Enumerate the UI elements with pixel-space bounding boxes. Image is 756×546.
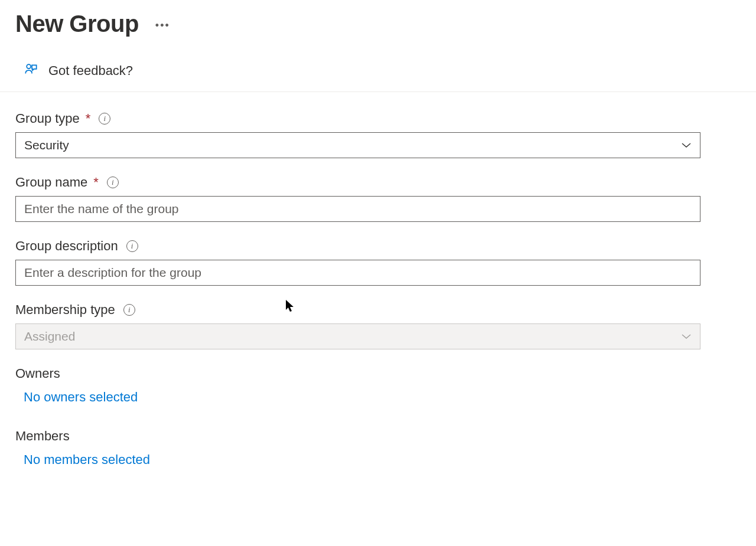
more-actions-button[interactable]: ••• [155,16,170,32]
info-icon[interactable]: i [107,176,119,188]
info-icon[interactable]: i [99,113,110,125]
svg-point-0 [27,64,31,68]
group-description-label: Group description [15,238,118,254]
group-name-input[interactable] [15,196,700,222]
feedback-bar[interactable]: Got feedback? [0,51,756,92]
feedback-text: Got feedback? [48,63,133,79]
info-icon[interactable]: i [123,304,135,316]
membership-type-label-row: Membership type i [15,302,741,318]
group-type-label-row: Group type * i [15,111,741,126]
group-description-input[interactable] [15,260,700,286]
info-icon[interactable]: i [126,240,138,252]
required-indicator: * [86,111,91,126]
membership-type-select: Assigned [15,323,700,349]
owners-link[interactable]: No owners selected [15,390,138,405]
group-type-label: Group type [15,111,80,126]
members-section: Members No members selected [15,429,741,467]
page-header: New Group ••• [0,0,756,51]
form-container: Group type * i Security Group name * i G… [0,92,756,467]
feedback-icon [24,62,39,80]
required-indicator: * [93,175,99,190]
chevron-down-icon [681,142,692,149]
chevron-down-icon [681,333,692,340]
group-description-label-row: Group description i [15,238,741,254]
group-name-label-row: Group name * i [15,175,741,190]
members-label: Members [15,429,741,444]
owners-section: Owners No owners selected [15,366,741,405]
group-type-value: Security [24,138,69,152]
owners-label: Owners [15,366,741,381]
page-title: New Group [15,11,139,37]
group-type-select[interactable]: Security [15,132,700,158]
group-description-field: Group description i [15,238,741,286]
group-type-field: Group type * i Security [15,111,741,158]
members-link[interactable]: No members selected [15,452,150,467]
membership-type-value: Assigned [24,329,75,344]
group-name-field: Group name * i [15,175,741,222]
membership-type-field: Membership type i Assigned [15,302,741,349]
group-name-label: Group name [15,175,87,190]
membership-type-label: Membership type [15,302,115,318]
